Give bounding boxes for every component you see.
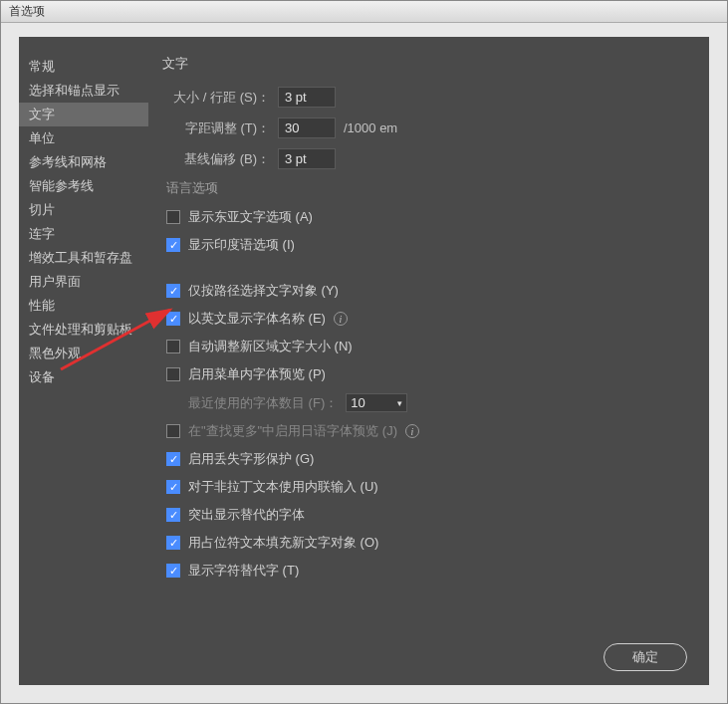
check-jp-preview-box[interactable] bbox=[166, 424, 180, 438]
check-highlight-sub-box[interactable] bbox=[166, 508, 180, 522]
check-path-only[interactable]: 仅按路径选择文字对象 (Y) bbox=[162, 277, 695, 305]
sidebar-item-2[interactable]: 文字 bbox=[19, 103, 148, 126]
check-east-asian-label: 显示东亚文字选项 (A) bbox=[188, 208, 313, 226]
check-inline-input[interactable]: 对于非拉丁文本使用内联输入 (U) bbox=[162, 473, 695, 501]
sidebar-item-12[interactable]: 黑色外观 bbox=[19, 342, 148, 365]
input-size-leading[interactable] bbox=[278, 87, 336, 108]
sidebar-item-13[interactable]: 设备 bbox=[19, 365, 148, 389]
check-menu-preview-box[interactable] bbox=[166, 367, 180, 381]
unit-tracking: /1000 em bbox=[344, 120, 397, 135]
lang-group-label: 语言选项 bbox=[166, 179, 695, 197]
check-indic-box[interactable] bbox=[166, 238, 180, 252]
ok-button[interactable]: 确定 bbox=[604, 643, 687, 671]
check-english-font-box[interactable] bbox=[166, 312, 180, 326]
field-size-leading: 大小 / 行距 (S)： bbox=[162, 87, 695, 108]
field-tracking: 字距调整 (T)： /1000 em bbox=[162, 117, 695, 138]
check-missing-glyph[interactable]: 启用丢失字形保护 (G) bbox=[162, 445, 695, 473]
check-highlight-sub-label: 突出显示替代的字体 bbox=[188, 506, 305, 524]
chevron-down-icon: ▾ bbox=[397, 398, 402, 408]
sidebar-item-6[interactable]: 切片 bbox=[19, 198, 148, 222]
sidebar-item-10[interactable]: 性能 bbox=[19, 294, 148, 318]
titlebar: 首选项 bbox=[1, 1, 727, 23]
check-highlight-sub[interactable]: 突出显示替代的字体 bbox=[162, 501, 695, 529]
check-menu-preview-label: 启用菜单内字体预览 (P) bbox=[188, 365, 326, 383]
sidebar-item-11[interactable]: 文件处理和剪贴板 bbox=[19, 318, 148, 342]
check-missing-glyph-box[interactable] bbox=[166, 452, 180, 466]
info-icon[interactable]: i bbox=[405, 424, 419, 438]
sidebar-item-1[interactable]: 选择和锚点显示 bbox=[19, 79, 148, 103]
info-icon[interactable]: i bbox=[334, 312, 348, 326]
window-title: 首选项 bbox=[9, 4, 45, 18]
sidebar-item-5[interactable]: 智能参考线 bbox=[19, 174, 148, 198]
check-show-alt-glyph[interactable]: 显示字符替代字 (T) bbox=[162, 557, 695, 585]
field-baseline: 基线偏移 (B)： bbox=[162, 148, 695, 169]
label-tracking: 字距调整 (T)： bbox=[162, 119, 270, 137]
check-indic[interactable]: 显示印度语选项 (I) bbox=[162, 231, 695, 259]
sidebar-item-7[interactable]: 连字 bbox=[19, 222, 148, 246]
input-baseline[interactable] bbox=[278, 148, 336, 169]
label-recent-fonts: 最近使用的字体数目 (F)： bbox=[188, 394, 338, 412]
check-missing-glyph-label: 启用丢失字形保护 (G) bbox=[188, 450, 314, 468]
check-show-alt-glyph-label: 显示字符替代字 (T) bbox=[188, 562, 299, 580]
check-jp-preview-label: 在"查找更多"中启用日语字体预览 (J) bbox=[188, 422, 397, 440]
sidebar: 常规选择和锚点显示文字单位参考线和网格智能参考线切片连字增效工具和暂存盘用户界面… bbox=[19, 37, 148, 685]
check-placeholder-text-box[interactable] bbox=[166, 536, 180, 550]
check-show-alt-glyph-box[interactable] bbox=[166, 564, 180, 578]
check-menu-preview[interactable]: 启用菜单内字体预览 (P) bbox=[162, 360, 695, 388]
check-placeholder-text-label: 用占位符文本填充新文字对象 (O) bbox=[188, 534, 378, 552]
sidebar-item-9[interactable]: 用户界面 bbox=[19, 270, 148, 294]
check-inline-input-label: 对于非拉丁文本使用内联输入 (U) bbox=[188, 478, 378, 496]
check-jp-preview[interactable]: 在"查找更多"中启用日语字体预览 (J)i bbox=[162, 417, 695, 445]
check-auto-size-box[interactable] bbox=[166, 340, 180, 353]
check-auto-size-label: 自动调整新区域文字大小 (N) bbox=[188, 338, 353, 355]
preferences-window: 首选项 常规选择和锚点显示文字单位参考线和网格智能参考线切片连字增效工具和暂存盘… bbox=[0, 0, 728, 704]
content-panel: 文字 大小 / 行距 (S)： 字距调整 (T)： /1000 em 基线偏移 … bbox=[148, 37, 709, 685]
check-placeholder-text[interactable]: 用占位符文本填充新文字对象 (O) bbox=[162, 529, 695, 557]
sidebar-item-4[interactable]: 参考线和网格 bbox=[19, 150, 148, 174]
check-indic-label: 显示印度语选项 (I) bbox=[188, 236, 295, 254]
dialog-body: 常规选择和锚点显示文字单位参考线和网格智能参考线切片连字增效工具和暂存盘用户界面… bbox=[19, 37, 709, 685]
check-east-asian[interactable]: 显示东亚文字选项 (A) bbox=[162, 203, 695, 231]
check-east-asian-box[interactable] bbox=[166, 210, 180, 224]
select-recent-fonts[interactable]: 10 ▾ bbox=[346, 393, 407, 412]
label-size-leading: 大小 / 行距 (S)： bbox=[162, 89, 270, 107]
check-english-font[interactable]: 以英文显示字体名称 (E)i bbox=[162, 305, 695, 333]
input-tracking[interactable] bbox=[278, 117, 336, 138]
check-auto-size[interactable]: 自动调整新区域文字大小 (N) bbox=[162, 333, 695, 360]
sidebar-item-3[interactable]: 单位 bbox=[19, 126, 148, 150]
check-english-font-label: 以英文显示字体名称 (E) bbox=[188, 310, 326, 328]
section-heading: 文字 bbox=[162, 55, 695, 73]
sidebar-item-0[interactable]: 常规 bbox=[19, 55, 148, 79]
sidebar-item-8[interactable]: 增效工具和暂存盘 bbox=[19, 246, 148, 270]
label-baseline: 基线偏移 (B)： bbox=[162, 150, 270, 168]
field-recent-fonts: 最近使用的字体数目 (F)： 10 ▾ bbox=[162, 388, 695, 417]
check-inline-input-box[interactable] bbox=[166, 480, 180, 494]
check-path-only-box[interactable] bbox=[166, 284, 180, 298]
check-path-only-label: 仅按路径选择文字对象 (Y) bbox=[188, 282, 339, 300]
